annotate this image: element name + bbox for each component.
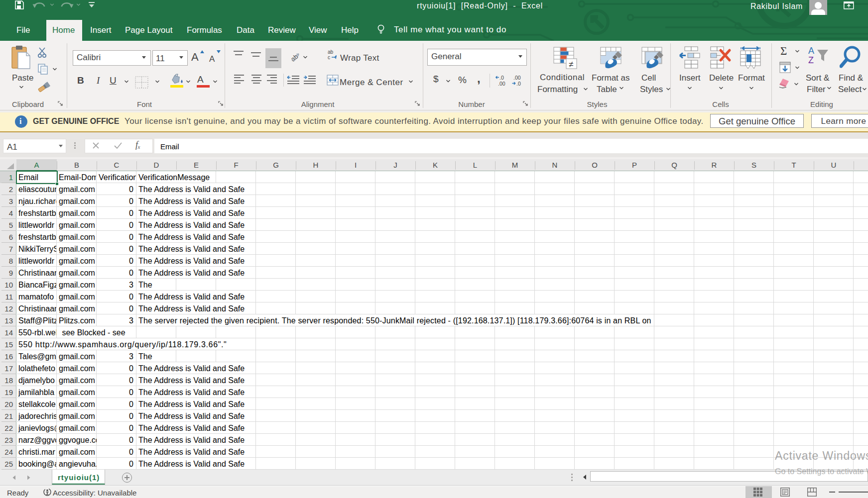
- svg-text:.0: .0: [516, 81, 521, 87]
- svg-text:.0: .0: [499, 75, 504, 81]
- svg-text:.00: .00: [513, 75, 521, 81]
- svg-text:.00: .00: [498, 81, 505, 87]
- svg-text:≠: ≠: [569, 60, 573, 69]
- svg-text:c: c: [328, 55, 330, 60]
- svg-text:ab: ab: [328, 49, 334, 55]
